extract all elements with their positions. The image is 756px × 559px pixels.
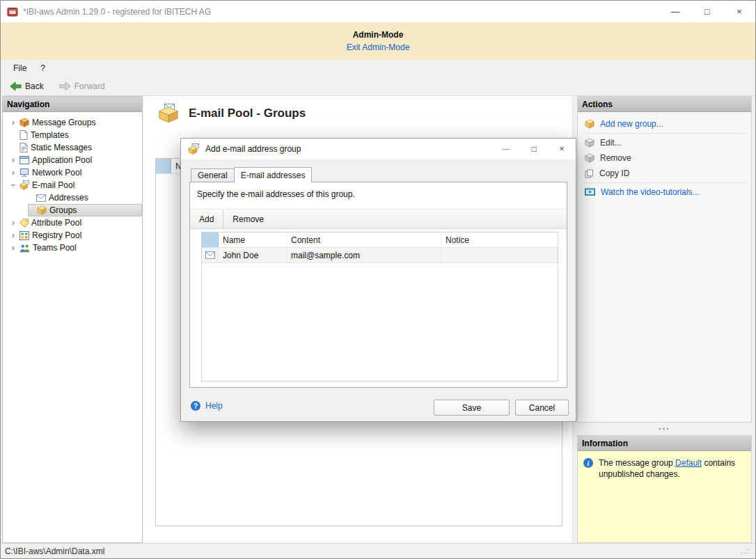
grid-notice-column-header[interactable]: Notice [441, 233, 558, 247]
video-icon [585, 188, 595, 196]
dialog-titlebar: Add e-mail address group — □ × [181, 139, 576, 159]
information-text-before: The message group [599, 458, 675, 468]
grid-row-john-doe[interactable]: John Doe mail@sample.com [202, 248, 558, 263]
minimize-button[interactable]: — [659, 1, 691, 22]
action-add-new-group[interactable]: Add new group... [578, 116, 751, 132]
nav-item-templates[interactable]: Templates [3, 129, 142, 141]
chevron-right-icon[interactable]: › [9, 168, 17, 177]
grid-cell-content: mail@sample.com [287, 248, 441, 262]
forward-label: Forward [74, 81, 105, 91]
action-label: Add new group... [600, 119, 663, 129]
save-button[interactable]: Save [434, 400, 510, 416]
nav-item-email-pool[interactable]: › E-mail Pool [3, 179, 142, 191]
app-window: *IBI-aws Admin 1.29.0 - registered for I… [0, 0, 756, 559]
help-icon-glyph: ? [194, 402, 198, 410]
resize-grip[interactable]: ..:: [741, 547, 751, 555]
actions-header: Actions [578, 97, 751, 112]
application-pool-icon [19, 156, 29, 164]
menu-file[interactable]: File [6, 61, 33, 75]
help-link[interactable]: ? Help [191, 401, 223, 411]
panel-splitter-handle[interactable]: ... [577, 424, 752, 434]
navigation-header: Navigation [3, 97, 142, 112]
nav-item-label: Network Pool [32, 168, 81, 178]
chevron-right-icon[interactable]: › [9, 244, 17, 252]
menu-help[interactable]: ? [33, 61, 52, 75]
chevron-down-icon[interactable]: › [9, 181, 17, 189]
forward-button[interactable]: Forward [54, 80, 110, 93]
nav-item-registry-pool[interactable]: › Registry Pool [3, 229, 142, 242]
grid-content-column-header[interactable]: Content [287, 233, 441, 247]
static-messages-icon [19, 143, 28, 152]
dialog-title: Add e-mail address group [205, 144, 301, 154]
grid-icon-column-header[interactable] [202, 233, 219, 247]
nav-item-addresses[interactable]: Addresses [28, 191, 142, 204]
nav-item-application-pool[interactable]: › Application Pool [3, 154, 142, 166]
forward-arrow-icon [59, 81, 71, 91]
navigation-toolbar: Back Forward [1, 77, 755, 96]
remove-address-button[interactable]: Remove [223, 210, 273, 228]
dialog-icon [188, 143, 199, 155]
nav-item-static-messages[interactable]: Static Messages [3, 141, 142, 154]
status-bar: C:\IBI-aws\Admin\Data.xml ..:: [1, 543, 755, 558]
action-copy-id[interactable]: Copy ID [578, 166, 751, 181]
nav-item-network-pool[interactable]: › Network Pool [3, 166, 142, 179]
navigation-tree: › Message Groups Templates Static Messag… [3, 112, 142, 254]
chevron-right-icon[interactable]: › [9, 118, 17, 127]
nav-item-message-groups[interactable]: › Message Groups [3, 116, 142, 129]
nav-item-label: E-mail Pool [32, 180, 74, 190]
info-icon: i [583, 458, 593, 468]
maximize-button[interactable]: □ [691, 1, 723, 22]
copy-icon [585, 169, 594, 178]
information-text: The message group Default contains unpub… [599, 458, 741, 480]
grid-name-column-header[interactable]: Name [219, 233, 287, 247]
nav-item-teams-pool[interactable]: › Teams Pool [3, 242, 142, 254]
add-email-address-group-dialog: Add e-mail address group — □ × General E… [180, 138, 576, 422]
nav-item-label: Application Pool [32, 155, 92, 165]
back-button[interactable]: Back [5, 80, 49, 93]
email-addresses-grid: Name Content Notice John Doe mail@sample… [201, 232, 558, 381]
tab-email-addresses[interactable]: E-mail addresses [234, 167, 313, 182]
nav-item-label: Registry Pool [32, 230, 81, 240]
dialog-window-controls: — □ × [492, 139, 576, 159]
nav-item-groups[interactable]: Groups [28, 204, 142, 216]
exit-admin-mode-link[interactable]: Exit Admin-Mode [347, 42, 410, 52]
dialog-close-button[interactable]: × [548, 139, 576, 159]
actions-panel: Actions Add new group... Edit... Remove [577, 96, 752, 423]
page-title-text: E-mail Pool - Groups [189, 107, 306, 120]
nav-item-label: Static Messages [31, 143, 92, 152]
add-address-button[interactable]: Add [190, 210, 223, 228]
message-groups-icon [19, 118, 29, 127]
chevron-right-icon[interactable]: › [9, 156, 17, 164]
dialog-maximize-button[interactable]: □ [520, 139, 548, 159]
action-label: Copy ID [599, 168, 629, 178]
teams-pool-icon [19, 244, 30, 253]
groups-icon [37, 205, 47, 215]
nav-item-label: Message Groups [32, 118, 95, 127]
chevron-right-icon[interactable]: › [9, 231, 17, 239]
close-button[interactable]: × [723, 1, 755, 22]
nav-item-attribute-pool[interactable]: › Attribute Pool [3, 216, 142, 229]
attribute-pool-icon [19, 219, 29, 228]
dialog-minimize-button[interactable]: — [492, 139, 520, 159]
information-content: i The message group Default contains unp… [578, 451, 751, 542]
network-pool-icon [19, 168, 29, 178]
tab-general[interactable]: General [191, 168, 235, 182]
cancel-button[interactable]: Cancel [515, 400, 569, 416]
dialog-description: Specify the e-mail addresses of this gro… [197, 189, 355, 199]
nav-item-label: Groups [49, 205, 77, 215]
menu-bar: File ? [1, 60, 755, 77]
groups-list-icon-column [156, 159, 171, 173]
action-watch-video-tutorials[interactable]: Watch the video-tutorials... [578, 184, 751, 200]
right-sidebar: Actions Add new group... Edit... Remove [577, 96, 752, 543]
action-remove[interactable]: Remove [578, 150, 751, 166]
chevron-right-icon[interactable]: › [9, 219, 17, 227]
envelope-icon [205, 251, 215, 259]
default-group-link[interactable]: Default [675, 458, 702, 468]
registry-pool-icon [19, 231, 29, 240]
action-edit[interactable]: Edit... [578, 135, 751, 150]
envelope-icon [36, 194, 46, 202]
nav-item-label: Teams Pool [33, 243, 77, 253]
action-label: Watch the video-tutorials... [601, 187, 700, 197]
action-label: Remove [600, 153, 631, 163]
nav-item-label: Templates [31, 130, 69, 140]
